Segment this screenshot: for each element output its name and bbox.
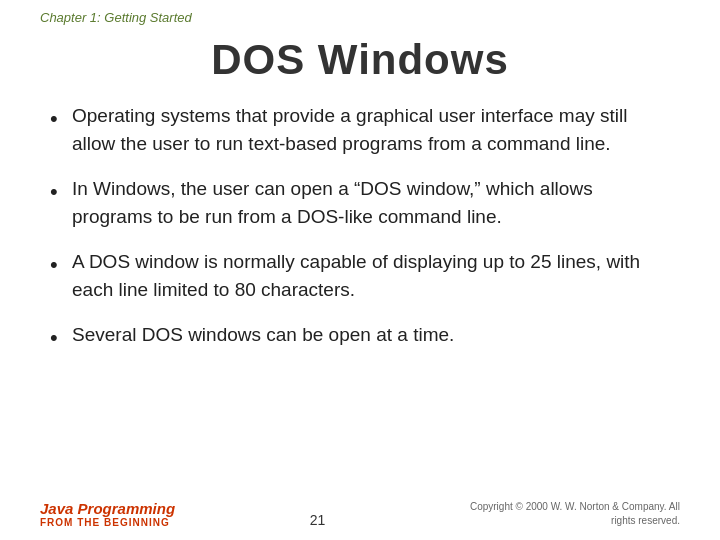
slide-title: DOS Windows (40, 36, 680, 84)
list-item: •In Windows, the user can open a “DOS wi… (50, 175, 670, 230)
copyright-text: Copyright © 2000 W. W. Norton & Company.… (460, 500, 680, 528)
list-item: •A DOS window is normally capable of dis… (50, 248, 670, 303)
bullet-text: A DOS window is normally capable of disp… (72, 248, 670, 303)
list-item: •Operating systems that provide a graphi… (50, 102, 670, 157)
chapter-label: Chapter 1: Getting Started (40, 10, 192, 25)
brand-title: Java Programming (40, 500, 175, 517)
footer-brand: Java Programming FROM THE BEGINNING (40, 500, 175, 528)
bullet-dot-icon: • (50, 249, 72, 281)
chapter-header: Chapter 1: Getting Started (0, 0, 720, 26)
list-item: •Several DOS windows can be open at a ti… (50, 321, 670, 354)
bullet-list: •Operating systems that provide a graphi… (50, 102, 670, 354)
bullet-dot-icon: • (50, 176, 72, 208)
brand-subtitle: FROM THE BEGINNING (40, 517, 175, 528)
bullet-text: Operating systems that provide a graphic… (72, 102, 670, 157)
slide-footer: Java Programming FROM THE BEGINNING 21 C… (0, 492, 720, 540)
bullet-text: Several DOS windows can be open at a tim… (72, 321, 670, 349)
bullet-dot-icon: • (50, 322, 72, 354)
page-number: 21 (310, 512, 326, 528)
slide-content: •Operating systems that provide a graphi… (0, 102, 720, 492)
slide-title-section: DOS Windows (0, 26, 720, 102)
bullet-dot-icon: • (50, 103, 72, 135)
slide-container: Chapter 1: Getting Started DOS Windows •… (0, 0, 720, 540)
bullet-text: In Windows, the user can open a “DOS win… (72, 175, 670, 230)
